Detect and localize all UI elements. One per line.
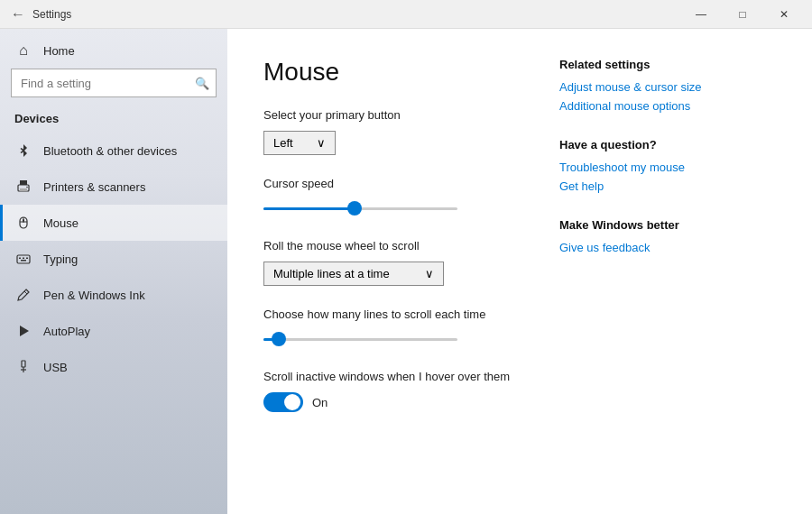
sidebar-item-mouse[interactable]: Mouse (0, 205, 227, 241)
make-windows-better-title: Make Windows better (559, 218, 776, 232)
usb-icon (14, 358, 32, 376)
svg-rect-11 (26, 258, 28, 260)
adjust-mouse-link[interactable]: Adjust mouse & cursor size (559, 80, 776, 94)
search-input[interactable] (11, 69, 217, 97)
maximize-button[interactable]: □ (722, 0, 763, 29)
printer-icon (14, 178, 32, 196)
sidebar-search[interactable]: 🔍 (11, 69, 217, 97)
primary-button-dropdown[interactable]: Left ∨ (263, 131, 336, 155)
close-button[interactable]: ✕ (763, 0, 805, 29)
get-help-link[interactable]: Get help (559, 179, 776, 193)
chevron-down-icon-2: ∨ (425, 267, 434, 280)
content-area: Mouse Select your primary button Left ∨ … (227, 29, 812, 514)
make-windows-better-section: Make Windows better Give us feedback (559, 218, 776, 254)
svg-rect-7 (23, 219, 24, 222)
sidebar-item-home[interactable]: ⌂ Home (0, 29, 227, 69)
back-button[interactable]: ← (11, 6, 25, 23)
content-right: Related settings Adjust mouse & cursor s… (559, 58, 776, 485)
give-feedback-link[interactable]: Give us feedback (559, 241, 776, 254)
cursor-speed-fill (263, 207, 355, 210)
toggle-state-label: On (312, 396, 328, 409)
minimize-button[interactable]: — (680, 0, 722, 29)
sidebar-item-bluetooth[interactable]: Bluetooth & other devices (0, 133, 227, 169)
sidebar-item-usb-label: USB (43, 361, 68, 374)
troubleshoot-mouse-link[interactable]: Troubleshoot my mouse (559, 161, 776, 174)
primary-button-group: Select your primary button Left ∨ (263, 108, 523, 155)
sidebar-item-bluetooth-label: Bluetooth & other devices (43, 144, 177, 158)
scroll-lines-label: Choose how many lines to scroll each tim… (263, 307, 523, 321)
chevron-down-icon: ∨ (317, 136, 326, 150)
cursor-speed-label: Cursor speed (263, 177, 523, 190)
toggle-knob (284, 394, 300, 410)
sidebar-item-typing-label: Typing (43, 252, 78, 266)
search-icon: 🔍 (195, 77, 209, 90)
page-title: Mouse (263, 58, 523, 87)
titlebar: ← Settings — □ ✕ (0, 0, 812, 29)
scroll-inactive-group: Scroll inactive windows when I hover ove… (263, 370, 523, 412)
svg-point-3 (26, 187, 28, 188)
sidebar-item-autoplay-label: AutoPlay (43, 325, 90, 338)
cursor-speed-slider[interactable] (263, 199, 457, 217)
content-main: Mouse Select your primary button Left ∨ … (263, 58, 523, 485)
autoplay-icon (14, 322, 32, 340)
svg-rect-10 (23, 258, 24, 260)
typing-icon (14, 250, 32, 268)
cursor-speed-thumb[interactable] (347, 201, 362, 216)
scroll-wheel-label: Roll the mouse wheel to scroll (263, 239, 523, 252)
sidebar-nav: Bluetooth & other devices Printers & sca… (0, 133, 227, 514)
svg-rect-8 (17, 255, 30, 263)
home-icon: ⌂ (14, 41, 32, 60)
svg-rect-12 (21, 260, 26, 262)
scroll-lines-group: Choose how many lines to scroll each tim… (263, 307, 523, 348)
svg-rect-14 (22, 361, 25, 367)
scroll-inactive-toggle[interactable] (263, 392, 303, 412)
titlebar-controls: — □ ✕ (680, 0, 805, 29)
scroll-inactive-label: Scroll inactive windows when I hover ove… (263, 370, 523, 383)
sidebar-item-printers[interactable]: Printers & scanners (0, 169, 227, 205)
have-question-title: Have a question? (559, 138, 776, 151)
scroll-lines-slider[interactable] (263, 330, 457, 348)
pen-icon (14, 286, 32, 304)
app-container: ⌂ Home 🔍 Devices Bluetooth & other devic… (0, 29, 812, 514)
have-question-section: Have a question? Troubleshoot my mouse G… (559, 138, 776, 193)
sidebar-item-usb[interactable]: USB (0, 349, 227, 385)
additional-mouse-link[interactable]: Additional mouse options (559, 99, 776, 113)
sidebar-item-autoplay[interactable]: AutoPlay (0, 313, 227, 349)
scroll-wheel-dropdown[interactable]: Multiple lines at a time ∨ (263, 262, 444, 286)
cursor-speed-track (263, 207, 457, 210)
primary-button-value: Left (273, 136, 293, 150)
sidebar-item-home-label: Home (43, 44, 75, 58)
sidebar-item-printers-label: Printers & scanners (43, 180, 145, 194)
sidebar-section-title: Devices (0, 108, 227, 133)
sidebar-item-pen[interactable]: Pen & Windows Ink (0, 277, 227, 313)
related-settings-title: Related settings (559, 58, 776, 71)
primary-button-label: Select your primary button (263, 108, 523, 122)
sidebar: ⌂ Home 🔍 Devices Bluetooth & other devic… (0, 29, 227, 514)
scroll-wheel-group: Roll the mouse wheel to scroll Multiple … (263, 239, 523, 286)
scroll-lines-track (263, 338, 457, 341)
scroll-lines-thumb[interactable] (272, 332, 286, 346)
svg-rect-1 (20, 180, 27, 185)
mouse-icon (14, 214, 32, 232)
titlebar-title: Settings (32, 8, 71, 21)
sidebar-item-pen-label: Pen & Windows Ink (43, 289, 145, 302)
cursor-speed-group: Cursor speed (263, 177, 523, 217)
sidebar-item-mouse-label: Mouse (43, 216, 78, 230)
svg-marker-13 (20, 326, 29, 336)
svg-rect-9 (19, 258, 21, 260)
scroll-inactive-toggle-row: On (263, 392, 523, 412)
scroll-wheel-value: Multiple lines at a time (273, 267, 390, 280)
related-settings-section: Related settings Adjust mouse & cursor s… (559, 58, 776, 113)
titlebar-left: ← Settings (11, 6, 71, 23)
svg-rect-2 (20, 188, 27, 191)
sidebar-item-typing[interactable]: Typing (0, 241, 227, 277)
bluetooth-icon (14, 142, 32, 160)
